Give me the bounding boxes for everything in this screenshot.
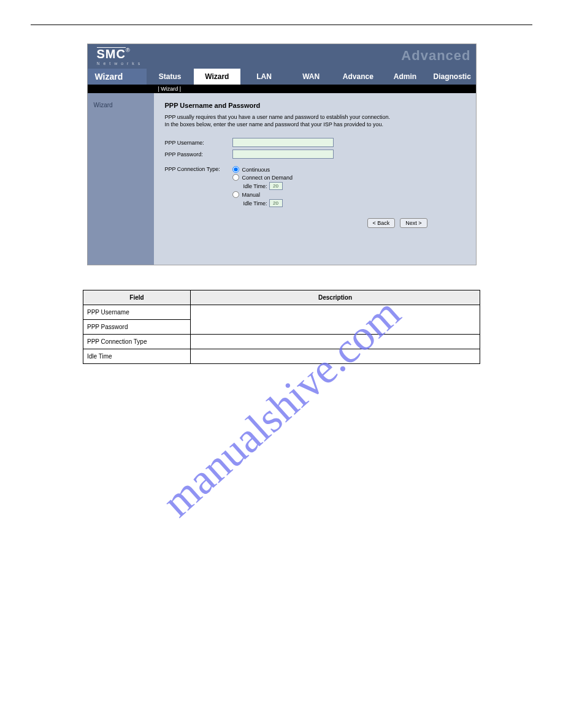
logo-subtext: N e t w o r k s (97, 61, 142, 66)
page-title: PPP Username and Password (165, 102, 465, 109)
ppp-connection-type-group: Continuous Connect on Demand Idle Time: (232, 166, 293, 208)
table-cell: Idle Time (83, 349, 191, 364)
ppp-username-label: PPP Username: (165, 140, 232, 146)
router-ui-screenshot: SMC® N e t w o r k s Advanced Wizard Sta… (87, 44, 477, 265)
content-row: Wizard PPP Username and Password PPP usu… (88, 93, 476, 265)
main-content: PPP Username and Password PPP usually re… (154, 93, 476, 265)
nav-primary[interactable]: Wizard (88, 69, 147, 85)
field-description-table: Field Description PPP Username PPP Passw… (83, 290, 480, 364)
wizard-nav-buttons: < Back Next > (367, 218, 465, 228)
nav-status[interactable]: Status (147, 69, 194, 85)
table-cell: PPP Username (83, 305, 191, 320)
radio-manual-label: Manual (242, 192, 261, 198)
table-cell: PPP Password (83, 320, 191, 335)
radio-connect-on-demand[interactable] (232, 174, 239, 181)
idle-time-demand-label: Idle Time: (243, 183, 267, 189)
idle-time-manual-input[interactable] (269, 199, 283, 207)
nav-admin[interactable]: Admin (381, 69, 429, 85)
radio-continuous-label: Continuous (242, 167, 270, 173)
table-cell (191, 305, 480, 335)
nav-wizard[interactable]: Wizard (194, 69, 241, 85)
intro-text-2: In the boxes below, enter the user name … (165, 121, 423, 129)
table-cell (191, 335, 480, 349)
nav-diagnostic[interactable]: Diagnostic (429, 69, 476, 85)
table-head-description: Description (191, 290, 480, 305)
table-head-field: Field (83, 290, 191, 305)
brand-logo: SMC® N e t w o r k s (97, 47, 142, 66)
table-row: PPP Connection Type (83, 335, 480, 349)
intro-text-1: PPP usually requires that you have a use… (165, 114, 423, 121)
idle-time-manual-label: Idle Time: (243, 200, 267, 207)
ppp-username-input[interactable] (232, 138, 334, 147)
nav-wan[interactable]: WAN (288, 69, 335, 85)
back-button[interactable]: < Back (367, 218, 396, 228)
main-nav: Wizard Status Wizard LAN WAN Advance Adm… (88, 69, 476, 85)
idle-time-demand-input[interactable] (269, 182, 283, 190)
table-row: Idle Time (83, 349, 480, 364)
sidebar-item-wizard[interactable]: Wizard (94, 102, 148, 108)
next-button[interactable]: Next > (400, 218, 427, 228)
sidebar: Wizard (88, 93, 154, 265)
radio-continuous[interactable] (232, 166, 239, 173)
ppp-connection-type-label: PPP Connection Type: (165, 166, 232, 173)
page-top-rule (31, 25, 532, 25)
banner-mode-label: Advanced (401, 48, 470, 64)
logo-text: SMC (97, 47, 126, 60)
radio-connect-on-demand-label: Connect on Demand (242, 175, 293, 181)
radio-manual[interactable] (232, 191, 239, 198)
breadcrumb: | Wizard | (88, 85, 476, 93)
table-row: PPP Username (83, 305, 480, 320)
logo-registered-icon: ® (126, 47, 130, 53)
table-head-row: Field Description (83, 290, 480, 305)
table-cell (191, 349, 480, 364)
top-banner: SMC® N e t w o r k s Advanced (88, 44, 476, 69)
table-cell: PPP Connection Type (83, 335, 191, 349)
nav-lan[interactable]: LAN (240, 69, 288, 85)
ppp-password-label: PPP Password: (165, 151, 232, 157)
ppp-password-input[interactable] (232, 150, 334, 159)
nav-advance[interactable]: Advance (335, 69, 382, 85)
